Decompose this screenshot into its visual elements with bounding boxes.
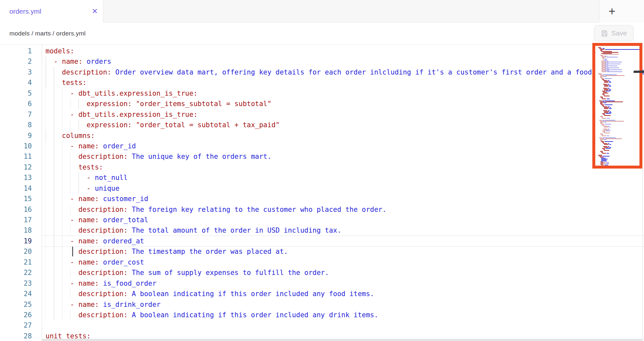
minimap-row bbox=[602, 118, 638, 119]
code-line[interactable]: 24 description: A boolean indicating if … bbox=[0, 289, 644, 299]
line-number[interactable]: 10 bbox=[0, 141, 32, 151]
minimap-row bbox=[602, 166, 638, 166]
line-number[interactable]: 28 bbox=[0, 331, 32, 341]
minimap-row bbox=[598, 155, 638, 156]
line-number[interactable]: 17 bbox=[0, 215, 32, 225]
minimap-row bbox=[604, 127, 638, 128]
code-line[interactable]: 19 - name: ordered_at bbox=[0, 236, 644, 246]
minimap-row bbox=[601, 56, 638, 57]
code-text: description: A boolean indicating if thi… bbox=[45, 310, 378, 320]
minimap-row bbox=[604, 115, 638, 116]
minimap-row bbox=[603, 129, 638, 130]
code-line[interactable]: 7 - dbt_utils.expression_is_true: bbox=[0, 109, 644, 120]
code-line[interactable]: 27 bbox=[0, 320, 644, 331]
code-line[interactable]: 8 expression: "order_total = subtotal + … bbox=[0, 120, 644, 130]
code-line[interactable]: 10 - name: order_id bbox=[0, 141, 644, 151]
code-line[interactable]: 22 description: The sum of supply expens… bbox=[0, 267, 644, 278]
line-number[interactable]: 18 bbox=[0, 225, 32, 236]
code-line[interactable]: 9 columns: bbox=[0, 130, 644, 141]
save-button[interactable]: Save bbox=[594, 25, 634, 41]
minimap[interactable] bbox=[592, 43, 642, 169]
close-tab-icon[interactable]: ✕ bbox=[92, 8, 98, 15]
line-number[interactable]: 14 bbox=[0, 183, 32, 194]
code-line[interactable]: 13 - not_null bbox=[0, 172, 644, 183]
code-line[interactable]: 25 - name: is_drink_order bbox=[0, 299, 644, 310]
line-number[interactable]: 21 bbox=[0, 257, 32, 267]
code-line[interactable]: 6 expression: "order_items_subtotal = su… bbox=[0, 99, 644, 109]
minimap-row bbox=[599, 138, 638, 138]
line-number[interactable]: 15 bbox=[0, 194, 32, 204]
code-text: models: bbox=[45, 46, 74, 56]
code-text: columns: bbox=[45, 130, 95, 141]
line-number[interactable]: 6 bbox=[0, 99, 32, 109]
line-number[interactable]: 26 bbox=[0, 310, 32, 320]
minimap-row bbox=[600, 134, 638, 134]
new-tab-button[interactable]: + bbox=[609, 6, 615, 17]
code-line[interactable]: 3 description: Order overview data mart,… bbox=[0, 67, 644, 77]
minimap-row bbox=[604, 89, 638, 89]
minimap-row bbox=[604, 112, 638, 113]
code-line[interactable]: 17 - name: order_total bbox=[0, 215, 644, 225]
minimap-row bbox=[601, 71, 638, 71]
code-line[interactable]: 15 - name: customer_id bbox=[0, 194, 644, 204]
line-number[interactable]: 23 bbox=[0, 278, 32, 289]
line-number[interactable]: 13 bbox=[0, 172, 32, 183]
code-line[interactable]: 21 - name: order_cost bbox=[0, 257, 644, 267]
minimap-row bbox=[600, 141, 638, 141]
code-line[interactable]: 5 - dbt_utils.expression_is_true: bbox=[0, 88, 644, 99]
code-line[interactable]: 1models: bbox=[0, 46, 644, 56]
line-number[interactable]: 11 bbox=[0, 151, 32, 162]
minimap-row bbox=[602, 66, 638, 66]
line-number[interactable]: 27 bbox=[0, 320, 32, 331]
line-number[interactable]: 2 bbox=[0, 56, 32, 67]
code-text: tests: bbox=[45, 77, 86, 88]
line-number[interactable]: 3 bbox=[0, 67, 32, 77]
code-line[interactable]: 20 description: The timestamp the order … bbox=[0, 246, 644, 257]
minimap-row bbox=[602, 131, 638, 131]
code-line[interactable]: 12 tests: bbox=[0, 162, 644, 172]
line-number[interactable]: 19 bbox=[0, 236, 32, 246]
code-text: - name: customer_id bbox=[45, 194, 148, 204]
code-line[interactable]: 14 - unique bbox=[0, 183, 644, 194]
code-editor[interactable]: 1models:2 - name: orders3 description: O… bbox=[0, 45, 644, 341]
code-line[interactable]: 2 - name: orders bbox=[0, 56, 644, 67]
line-number[interactable]: 9 bbox=[0, 130, 32, 141]
minimap-row bbox=[603, 114, 638, 115]
minimap-row bbox=[600, 122, 638, 123]
minimap-row bbox=[603, 52, 638, 53]
minimap-row bbox=[601, 78, 638, 79]
minimap-row bbox=[603, 93, 638, 93]
code-line[interactable]: 23 - name: is_food_order bbox=[0, 278, 644, 289]
minimap-row bbox=[603, 59, 638, 60]
minimap-row bbox=[604, 111, 638, 112]
minimap-row bbox=[600, 55, 638, 56]
tab-orders-yml[interactable]: orders.yml ✕ bbox=[0, 0, 103, 22]
line-number[interactable]: 24 bbox=[0, 289, 32, 299]
code-line[interactable]: 11 description: The unique key of the or… bbox=[0, 151, 644, 162]
code-line[interactable]: 18 description: The total amount of the … bbox=[0, 225, 644, 236]
minimap-row bbox=[601, 161, 638, 161]
code-line[interactable]: 16 description: The foreign key relating… bbox=[0, 204, 644, 215]
horizontal-scrollbar[interactable] bbox=[42, 339, 643, 341]
minimap-row bbox=[601, 67, 638, 67]
minimap-row bbox=[601, 51, 638, 52]
line-number[interactable]: 12 bbox=[0, 162, 32, 172]
line-number[interactable]: 5 bbox=[0, 88, 32, 99]
code-line[interactable]: 26 description: A boolean indicating if … bbox=[0, 310, 644, 320]
minimap-row bbox=[602, 142, 638, 143]
minimap-row bbox=[603, 110, 638, 111]
new-tab-zone: + bbox=[599, 0, 644, 22]
minimap-row bbox=[600, 102, 638, 103]
minimap-row bbox=[600, 102, 638, 102]
line-number[interactable]: 16 bbox=[0, 204, 32, 215]
line-number[interactable]: 8 bbox=[0, 120, 32, 130]
line-number[interactable]: 4 bbox=[0, 77, 32, 88]
line-number[interactable]: 1 bbox=[0, 46, 32, 56]
code-text: - unique bbox=[45, 183, 120, 194]
line-number[interactable]: 22 bbox=[0, 267, 32, 278]
code-line[interactable]: 4 tests: bbox=[0, 77, 644, 88]
line-number[interactable]: 25 bbox=[0, 299, 32, 310]
line-number[interactable]: 20 bbox=[0, 246, 32, 257]
code-text: description: A boolean indicating if thi… bbox=[45, 289, 374, 299]
line-number[interactable]: 7 bbox=[0, 109, 32, 120]
